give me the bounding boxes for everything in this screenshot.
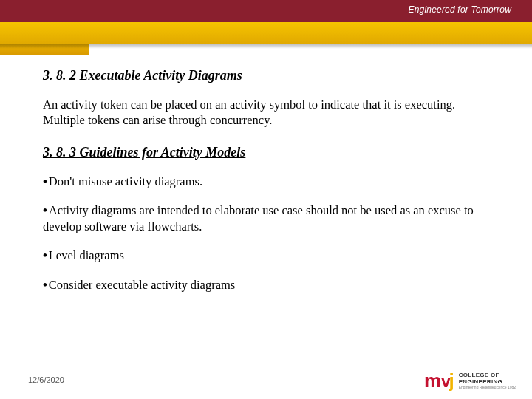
header-topbar: Engineered for Tomorrow	[0, 0, 532, 22]
list-item: •Level diagrams	[43, 248, 494, 263]
paragraph-1: An activity token can be placed on an ac…	[43, 97, 494, 129]
list-item-text: Don't misuse activity diagrams.	[49, 174, 202, 188]
bullet-dot-icon: •	[43, 174, 47, 188]
logo-text: COLLEGE OF ENGINEERING Engineering Redef…	[459, 372, 516, 389]
logo-mark-icon: m v j	[424, 371, 454, 390]
logo-letter-m: m	[424, 371, 441, 390]
header-yellowbar	[0, 22, 532, 44]
footer-date: 12/6/2020	[28, 375, 64, 384]
list-item: •Consider executable activity diagrams	[43, 277, 494, 293]
slide: Engineered for Tomorrow 3. 8. 2 Executab…	[0, 0, 532, 399]
header-shadow	[0, 44, 532, 49]
header-tagline: Engineered for Tomorrow	[408, 4, 511, 15]
bullet-dot-icon: •	[43, 248, 47, 262]
bullet-dot-icon: •	[43, 203, 47, 217]
logo-text-line1: COLLEGE OF	[459, 372, 516, 378]
list-item: •Activity diagrams are intended to elabo…	[43, 202, 494, 234]
list-item-text: Level diagrams	[49, 248, 124, 262]
footer-logo: m v j COLLEGE OF ENGINEERING Engineering…	[424, 371, 516, 390]
list-item-text: Consider executable activity diagrams	[49, 278, 235, 292]
section-heading-2: 3. 8. 3 Guidelines for Activity Models	[43, 145, 494, 160]
bullet-list: •Don't misuse activity diagrams. •Activi…	[43, 174, 494, 293]
logo-letter-j: j	[449, 371, 454, 390]
list-item: •Don't misuse activity diagrams.	[43, 174, 494, 189]
bullet-dot-icon: •	[43, 278, 47, 292]
section-heading-1: 3. 8. 2 Executable Activity Diagrams	[43, 68, 494, 83]
logo-text-line2: ENGINEERING	[459, 378, 516, 385]
logo-text-line3: Engineering Redefined Since 1982	[459, 385, 516, 389]
content-area: 3. 8. 2 Executable Activity Diagrams An …	[43, 68, 494, 306]
list-item-text: Activity diagrams are intended to elabor…	[43, 203, 474, 233]
